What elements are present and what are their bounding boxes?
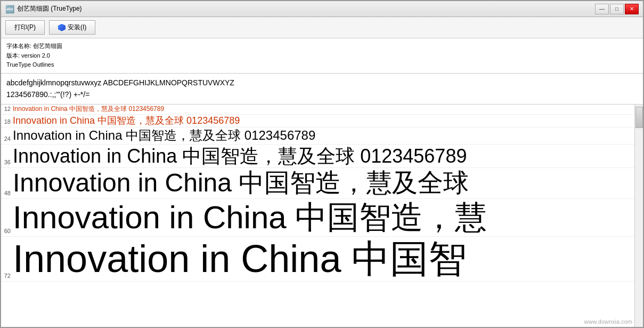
title-bar-left: 🔤 创艺简细圆 (TrueType) [5,4,82,13]
size-label: 12 [1,106,13,113]
font-type: TrueType Outlines [6,60,638,70]
main-window: 🔤 创艺简细圆 (TrueType) — □ ✕ 打印(P) 安装(I) 字体名… [0,0,644,328]
size-label: 18 [1,118,13,126]
preview-section: 12Innovation in China 中国智造，慧及全球 01234567… [1,105,643,327]
preview-row: 60Innovation in China 中国智造，慧 [1,199,634,237]
alphabet-section: abcdefghijklmnopqrstuvwxyz ABCDEFGHIJKLM… [1,74,643,105]
install-button[interactable]: 安装(I) [49,20,95,35]
font-info: 字体名称: 创艺简细圆 版本: version 2.0 TrueType Out… [1,38,643,74]
window-controls: — □ ✕ [595,4,639,14]
size-label: 24 [1,135,13,143]
size-label: 48 [1,190,13,197]
size-label: 60 [1,228,13,235]
alphabet-line1: abcdefghijklmnopqrstuvwxyz ABCDEFGHIJKLM… [6,77,638,89]
preview-text: Innovation in China 中国智造，慧及全球 0123456789 [13,129,315,142]
preview-text: Innovation in China 中国智造，慧及全球 0123456789 [13,116,240,126]
preview-row: 24Innovation in China 中国智造，慧及全球 01234567… [1,127,634,144]
shield-icon [58,24,66,31]
title-bar: 🔤 创艺简细圆 (TrueType) — □ ✕ [1,1,643,17]
print-button[interactable]: 打印(P) [5,20,45,35]
window-title: 创艺简细圆 (TrueType) [17,4,82,13]
toolbar: 打印(P) 安装(I) [1,17,643,38]
preview-text: Innovation in China 中国智造，慧及全球 0123456789 [13,146,467,167]
preview-content: 12Innovation in China 中国智造，慧及全球 01234567… [1,105,634,327]
size-label: 72 [1,273,13,280]
preview-text: Innovation in China 中国智造，慧及全球 [13,169,469,197]
size-label: 36 [1,159,13,166]
scrollbar-thumb[interactable] [635,107,643,128]
font-name: 字体名称: 创艺简细圆 [6,42,638,51]
font-version: 版本: version 2.0 [6,51,638,61]
scrollbar-track[interactable] [634,105,643,327]
preview-row: 72Innovation in China 中国智 [1,237,634,282]
close-button[interactable]: ✕ [625,4,639,14]
font-icon: 🔤 [5,5,14,13]
minimize-button[interactable]: — [595,4,609,14]
alphabet-line2: 1234567890.:,;'"(!?) +-*/= [6,89,638,100]
preview-row: 12Innovation in China 中国智造，慧及全球 01234567… [1,105,634,115]
watermark: www.downxia.com [584,318,632,325]
preview-text: Innovation in China 中国智 [13,238,467,280]
preview-row: 36Innovation in China 中国智造，慧及全球 01234567… [1,145,634,169]
preview-text: Innovation in China 中国智造，慧 [13,200,487,235]
maximize-button[interactable]: □ [610,4,624,14]
preview-text: Innovation in China 中国智造，慧及全球 0123456789 [13,106,164,113]
preview-row: 18Innovation in China 中国智造，慧及全球 01234567… [1,115,634,128]
preview-row: 48Innovation in China 中国智造，慧及全球 [1,168,634,199]
